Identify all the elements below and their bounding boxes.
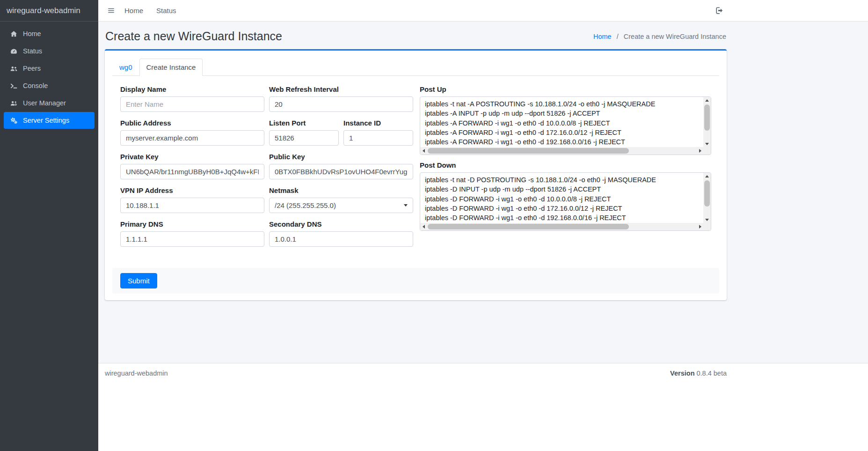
instance-id-label: Instance ID	[343, 119, 413, 127]
main-area: Home Status Create a new WireGuard Insta…	[98, 0, 868, 451]
sidebar-item-user-manager[interactable]: User Manager	[4, 95, 95, 111]
scrollbar-corner	[703, 147, 711, 155]
scroll-left-button[interactable]	[420, 147, 427, 155]
secondary-dns-input[interactable]	[269, 231, 413, 247]
breadcrumb-separator: /	[617, 33, 619, 40]
sign-out-icon	[715, 6, 724, 15]
sidebar-item-label: Peers	[23, 65, 41, 72]
instance-card: wg0 Create Instance Display Name	[105, 49, 727, 300]
scroll-down-button[interactable]	[703, 216, 711, 223]
private-key-input[interactable]	[120, 164, 264, 179]
logout-button[interactable]	[715, 6, 724, 15]
footer-brand: wireguard-webadmin	[105, 370, 168, 377]
secondary-dns-label: Secondary DNS	[269, 220, 413, 229]
sidebar-item-label: Console	[23, 82, 48, 89]
post-down-textarea[interactable]: iptables -t nat -D POSTROUTING -s 10.188…	[420, 172, 711, 231]
terminal-icon	[8, 82, 19, 90]
h-scroll-thumb[interactable]	[428, 148, 629, 154]
scroll-right-button[interactable]	[697, 223, 703, 230]
sidebar-nav: Home Status Peers Console	[0, 22, 98, 133]
sidebar-item-status[interactable]: Status	[4, 43, 95, 59]
sidebar-item-home[interactable]: Home	[4, 25, 95, 42]
web-refresh-interval-input[interactable]	[269, 96, 413, 112]
post-down-text: iptables -t nat -D POSTROUTING -s 10.188…	[420, 173, 703, 223]
post-down-v-scrollbar	[703, 173, 711, 223]
content-wrapper: Create a new WireGuard Instance Home / C…	[98, 22, 868, 363]
h-scroll-thumb[interactable]	[428, 224, 629, 229]
sidebar-item-label: User Manager	[23, 99, 66, 107]
nav-link-home[interactable]: Home	[124, 7, 143, 15]
sidebar-item-console[interactable]: Console	[4, 77, 95, 94]
sidebar-item-label: Server Settings	[23, 117, 69, 124]
scroll-up-button[interactable]	[703, 97, 711, 104]
instance-form: Display Name Web Refresh Interval	[120, 85, 711, 254]
public-key-label: Public Key	[269, 153, 413, 161]
sidebar: wireguard-webadmin Home Status Peers	[0, 0, 98, 451]
post-down-label: Post Down	[420, 161, 711, 170]
instance-id-input[interactable]	[343, 130, 413, 146]
footer-version: Version0.8.4 beta	[670, 370, 727, 377]
post-up-label: Post Up	[420, 85, 711, 94]
listen-port-label: Listen Port	[269, 119, 339, 127]
breadcrumb-current: Create a new WireGuard Instance	[624, 33, 726, 40]
sidebar-item-server-settings[interactable]: Server Settings	[4, 112, 95, 129]
scroll-down-button[interactable]	[703, 140, 711, 147]
content-header: Create a new WireGuard Instance Home / C…	[105, 27, 727, 49]
display-name-label: Display Name	[120, 85, 264, 94]
breadcrumb: Home / Create a new WireGuard Instance	[593, 33, 726, 40]
netmask-label: Netmask	[269, 186, 413, 195]
tachometer-icon	[8, 47, 19, 55]
footer-version-label: Version	[670, 370, 694, 377]
footer-version-value: 0.8.4 beta	[697, 370, 727, 377]
sidebar-item-label: Status	[23, 47, 42, 55]
primary-dns-input[interactable]	[120, 231, 264, 247]
scroll-right-button[interactable]	[697, 147, 703, 155]
submit-button[interactable]: Submit	[120, 273, 157, 288]
app-screen: wireguard-webadmin Home Status Peers	[0, 0, 868, 451]
post-up-v-scrollbar	[703, 97, 711, 147]
brand-text: wireguard-webadmin	[0, 0, 98, 22]
v-scroll-thumb[interactable]	[704, 104, 710, 131]
netmask-select-wrap: /24 (255.255.255.0)	[269, 198, 413, 213]
top-navbar: Home Status	[98, 0, 868, 22]
public-address-input[interactable]	[120, 130, 264, 146]
user-manager-icon	[8, 99, 19, 107]
scroll-left-button[interactable]	[420, 223, 427, 230]
peers-icon	[8, 65, 19, 73]
bars-icon	[107, 7, 115, 15]
public-address-label: Public Address	[120, 119, 264, 127]
post-up-h-scrollbar	[420, 147, 703, 155]
breadcrumb-home-link[interactable]: Home	[593, 33, 612, 40]
sidebar-item-peers[interactable]: Peers	[4, 60, 95, 77]
v-scroll-thumb[interactable]	[704, 180, 710, 207]
tab-create-instance[interactable]: Create Instance	[139, 59, 203, 76]
sidebar-item-label: Home	[23, 30, 41, 37]
public-key-input[interactable]	[269, 164, 413, 179]
nav-link-status[interactable]: Status	[156, 7, 176, 15]
post-up-text: iptables -t nat -A POSTROUTING -s 10.188…	[420, 97, 703, 147]
page-footer: wireguard-webadmin Version0.8.4 beta	[98, 363, 868, 451]
page-title: Create a new WireGuard Instance	[105, 30, 282, 43]
primary-dns-label: Primary DNS	[120, 220, 264, 229]
vpn-ip-input[interactable]	[120, 198, 264, 213]
submit-bar: Submit	[112, 268, 719, 294]
post-down-h-scrollbar	[420, 223, 703, 230]
netmask-select[interactable]: /24 (255.255.255.0)	[269, 198, 413, 213]
gears-icon	[8, 117, 19, 125]
instance-tabs: wg0 Create Instance	[112, 59, 719, 76]
home-icon	[8, 30, 19, 38]
form-left-column: Display Name Web Refresh Interval	[120, 85, 413, 254]
post-up-textarea[interactable]: iptables -t nat -A POSTROUTING -s 10.188…	[420, 96, 711, 155]
menu-toggle-button[interactable]	[107, 7, 115, 15]
private-key-label: Private Key	[120, 153, 264, 161]
display-name-input[interactable]	[120, 96, 264, 112]
scrollbar-corner	[703, 223, 711, 230]
tab-wg0[interactable]: wg0	[112, 59, 139, 76]
vpn-ip-label: VPN IP Address	[120, 186, 264, 195]
scroll-up-button[interactable]	[703, 173, 711, 179]
form-right-column: Post Up iptables -t nat -A POSTROUTING -…	[420, 85, 711, 254]
listen-port-input[interactable]	[269, 130, 339, 146]
web-refresh-interval-label: Web Refresh Interval	[269, 85, 413, 94]
